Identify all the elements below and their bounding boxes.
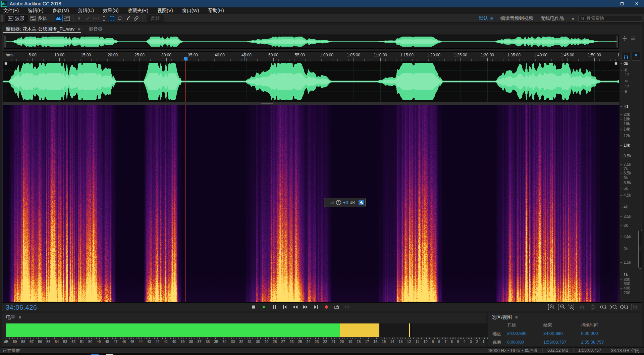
levels-panel-menu-icon[interactable]: ≡: [19, 315, 21, 320]
monitor-headphones-button[interactable]: [622, 52, 630, 61]
meter-scale-label: -54: [54, 340, 59, 344]
workspace-radio-production[interactable]: 无线电作品: [541, 15, 564, 21]
vertical-scrollbar[interactable]: [638, 230, 642, 269]
lasso-selection-tool[interactable]: [116, 15, 124, 22]
view-split-divider[interactable]: [3, 102, 642, 105]
stop-button[interactable]: [250, 303, 257, 311]
play-button[interactable]: [260, 303, 268, 311]
hud-pin-button[interactable]: [359, 200, 364, 205]
view-end-value[interactable]: 1:55:08.757: [543, 340, 581, 346]
fade-out-handle[interactable]: [614, 62, 618, 65]
zoom-out-amplitude-button[interactable]: [557, 303, 566, 311]
overview-left-handle[interactable]: [4, 36, 6, 48]
ruler-tick-label: 45:00: [241, 53, 252, 57]
overview-strip[interactable]: [4, 35, 619, 49]
zoom-reset-button: [588, 303, 597, 311]
spectrogram-display[interactable]: +0 dB: [3, 105, 619, 302]
freq-scale-label: 600: [624, 282, 630, 286]
go-to-start-button[interactable]: [281, 303, 288, 311]
time-selection-tool[interactable]: [100, 15, 108, 22]
marquee-selection-tool[interactable]: [108, 15, 116, 22]
volume-hud[interactable]: +0 dB: [324, 198, 366, 207]
go-to-end-button[interactable]: [312, 303, 320, 311]
zoom-in-amplitude-button[interactable]: [547, 303, 555, 311]
menu-item[interactable]: 剪辑(C): [78, 8, 94, 14]
volume-knob-icon[interactable]: [336, 200, 341, 205]
waveform-view-button[interactable]: 波形: [5, 15, 28, 22]
meter-scale-label: -53: [62, 340, 67, 344]
tab-editor[interactable]: 编辑器: 花木兰-公映国语_FL.wav ≡: [2, 25, 84, 33]
spot-healing-brush-tool[interactable]: [132, 15, 140, 22]
rewind-button[interactable]: [291, 303, 299, 311]
menu-item[interactable]: 文件(F): [3, 8, 19, 14]
fade-in-handle[interactable]: [4, 62, 7, 65]
selection-panel-menu-icon[interactable]: ≡: [515, 315, 518, 320]
meter-tick-marks: [6, 338, 488, 339]
toolbar-grip[interactable]: [1, 15, 3, 22]
ruler-tick-label: 5:00: [29, 53, 36, 57]
selection-duration-value[interactable]: 0:00.000: [581, 331, 621, 337]
marker-button[interactable]: [632, 52, 640, 61]
help-search-box[interactable]: [578, 15, 642, 22]
menu-item[interactable]: 视图(V): [157, 8, 173, 14]
menu-item[interactable]: 收藏夹(R): [128, 8, 148, 14]
ruler-tick-label: 1:15:00: [400, 53, 414, 57]
menu-item[interactable]: 帮助(H): [208, 8, 224, 14]
zoom-navigate-icon[interactable]: [622, 36, 627, 41]
close-button[interactable]: ×: [629, 0, 644, 7]
menu-item[interactable]: 多轨(M): [53, 8, 69, 14]
hud-grip[interactable]: [326, 200, 327, 205]
view-start-value[interactable]: 0:00.000: [507, 340, 543, 346]
spectral-display-toggle[interactable]: [55, 15, 63, 22]
panel-options-icon[interactable]: [631, 36, 636, 41]
freq-scale-label: 400: [624, 286, 630, 291]
menu-item[interactable]: 编辑(E): [28, 8, 44, 14]
menu-item[interactable]: 效果(S): [103, 8, 119, 14]
meter-scale-label: -44: [138, 340, 143, 344]
record-button[interactable]: [322, 303, 330, 311]
meter-scale-label: -35: [213, 340, 218, 344]
selection-end-value[interactable]: 34:00.880: [543, 331, 581, 337]
ruler-tick-label: 30:00: [161, 53, 171, 57]
ruler-tick-label: 55:00: [295, 53, 305, 57]
waveform-display[interactable]: [3, 61, 619, 102]
maximize-button[interactable]: [614, 0, 629, 7]
freq-scale-label: 200: [624, 291, 630, 295]
ruler-marker: [245, 52, 245, 61]
volume-value[interactable]: +0: [343, 200, 348, 205]
workspace-menu-icon[interactable]: ≡: [490, 16, 493, 21]
timeline-ruler[interactable]: hms 5:0010:0015:0020:0025:0030:0035:0040…: [3, 51, 619, 61]
fast-forward-button[interactable]: [302, 303, 309, 311]
multitrack-view-button[interactable]: 多轨: [28, 15, 50, 22]
current-time-display[interactable]: 34:06.426: [6, 304, 37, 311]
meter-scale-label: -29: [263, 340, 269, 344]
waveform-display-toggle[interactable]: [63, 15, 71, 22]
view-duration-value[interactable]: 1:55:08.757: [581, 340, 621, 346]
loop-playback-button[interactable]: [333, 303, 340, 311]
level-meter: [6, 323, 488, 337]
zoom-in-time-button[interactable]: [568, 303, 576, 311]
meter-scale-label: -7: [443, 340, 447, 344]
panel-menu-icon[interactable]: ≡: [78, 27, 80, 32]
meter-scale-label: -4: [462, 340, 466, 344]
meter-scale-label: -56: [37, 340, 42, 344]
zoom-to-selection-button[interactable]: [620, 303, 628, 311]
paintbrush-tool[interactable]: [124, 15, 132, 22]
tab-mixer[interactable]: 混音器: [89, 26, 103, 32]
workspace-overflow-icon[interactable]: »: [572, 15, 574, 21]
workspace-default[interactable]: 默认 ≡: [479, 15, 493, 21]
selection-start-value[interactable]: 34:00.880: [507, 331, 543, 337]
workspace-edit-audio-to-video[interactable]: 编辑音频到视频: [500, 15, 533, 21]
freq-scale-label: 4k: [624, 205, 628, 209]
overview-right-handle[interactable]: [616, 36, 618, 48]
zoom-to-out-point-button[interactable]: [609, 303, 618, 311]
zoom-to-in-point-button[interactable]: [599, 303, 607, 311]
meter-scale-label: -23: [314, 340, 319, 344]
search-input[interactable]: [587, 16, 634, 21]
overview-waveform[interactable]: [6, 36, 616, 47]
meter-scale-label: -9: [431, 340, 434, 344]
menu-item[interactable]: 窗口(W): [182, 8, 199, 14]
minimize-button[interactable]: [600, 0, 614, 7]
freq-scale-label: 1k: [624, 272, 628, 277]
pause-button[interactable]: [270, 303, 278, 311]
